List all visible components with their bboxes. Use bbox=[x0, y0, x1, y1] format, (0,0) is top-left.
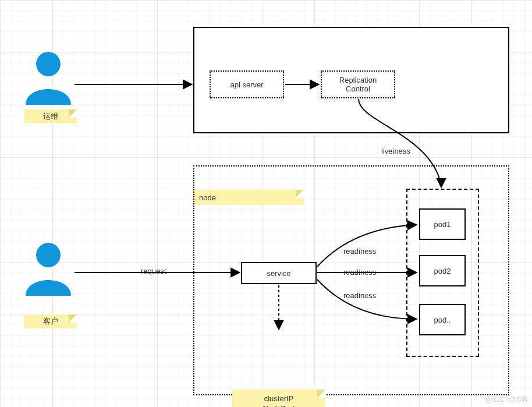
edge-service-to-pod3 bbox=[317, 279, 417, 319]
watermark: @51CTO博客 bbox=[485, 395, 529, 405]
connectors-svg bbox=[0, 0, 532, 407]
edge-rc-to-pod1 bbox=[359, 99, 441, 185]
edge-service-to-pod1 bbox=[317, 225, 417, 267]
